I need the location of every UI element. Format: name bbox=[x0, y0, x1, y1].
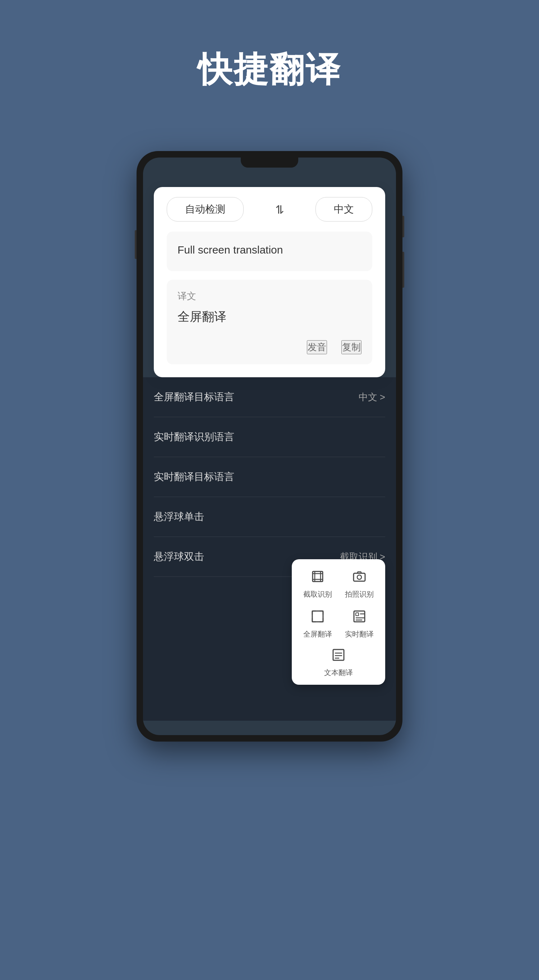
settings-item-realtime-source[interactable]: 实时翻译识别语言 bbox=[154, 417, 385, 457]
phone-screen: 自动检测 ⇌ 中文 Full screen translation 译文 全屏翻… bbox=[143, 158, 396, 735]
target-lang-button[interactable]: 中文 bbox=[315, 197, 372, 221]
phone-button-left bbox=[135, 230, 136, 259]
page-title: 快捷翻译 bbox=[198, 47, 341, 94]
settings-item-fullscreen-target[interactable]: 全屏翻译目标语言 中文 > bbox=[154, 377, 385, 417]
quick-action-grid: 截取识别 拍照识别 bbox=[300, 566, 377, 639]
realtime-icon bbox=[349, 606, 369, 627]
svg-rect-5 bbox=[354, 573, 365, 581]
swap-languages-icon[interactable]: ⇌ bbox=[273, 205, 286, 214]
text-translate-icon bbox=[328, 645, 349, 665]
settings-label-fullscreen-target: 全屏翻译目标语言 bbox=[154, 390, 234, 404]
phone-notch bbox=[241, 158, 298, 168]
input-area[interactable]: Full screen translation bbox=[167, 232, 372, 271]
fullscreen-icon bbox=[308, 606, 328, 627]
quick-action-text[interactable]: 文本翻译 bbox=[300, 645, 377, 678]
camera-icon bbox=[349, 566, 369, 587]
result-area: 译文 全屏翻译 发音 复制 bbox=[167, 280, 372, 364]
quick-action-crop[interactable]: 截取识别 bbox=[300, 566, 335, 599]
fullscreen-label: 全屏翻译 bbox=[303, 629, 332, 639]
settings-value-fullscreen-target: 中文 > bbox=[358, 391, 385, 404]
settings-label-realtime-source: 实时翻译识别语言 bbox=[154, 430, 234, 444]
pronounce-button[interactable]: 发音 bbox=[307, 340, 327, 354]
camera-label: 拍照识别 bbox=[345, 589, 374, 599]
result-actions: 发音 复制 bbox=[178, 340, 361, 354]
svg-point-6 bbox=[357, 575, 361, 579]
svg-rect-13 bbox=[333, 649, 344, 660]
result-text: 全屏翻译 bbox=[178, 307, 361, 326]
quick-action-camera[interactable]: 拍照识别 bbox=[342, 566, 377, 599]
phone-container: 自动检测 ⇌ 中文 Full screen translation 译文 全屏翻… bbox=[136, 151, 403, 762]
settings-label-float-double: 悬浮球双击 bbox=[154, 550, 204, 563]
crop-label: 截取识别 bbox=[303, 589, 332, 599]
settings-item-realtime-target[interactable]: 实时翻译目标语言 bbox=[154, 457, 385, 497]
copy-button[interactable]: 复制 bbox=[341, 340, 361, 354]
crop-icon bbox=[308, 566, 328, 587]
settings-label-realtime-target: 实时翻译目标语言 bbox=[154, 470, 234, 484]
input-text: Full screen translation bbox=[178, 242, 361, 258]
translation-card: 自动检测 ⇌ 中文 Full screen translation 译文 全屏翻… bbox=[154, 187, 385, 377]
quick-action-fullscreen[interactable]: 全屏翻译 bbox=[300, 606, 335, 639]
settings-section: 全屏翻译目标语言 中文 > 实时翻译识别语言 实时翻译目标语言 悬浮球单击 bbox=[143, 377, 396, 721]
phone-button-right-bottom bbox=[403, 252, 404, 288]
result-label: 译文 bbox=[178, 290, 361, 302]
svg-rect-7 bbox=[312, 611, 323, 622]
phone-button-right-top bbox=[403, 216, 404, 237]
realtime-label: 实时翻译 bbox=[345, 629, 374, 639]
svg-rect-0 bbox=[312, 571, 323, 582]
screen-content: 自动检测 ⇌ 中文 Full screen translation 译文 全屏翻… bbox=[143, 158, 396, 735]
svg-rect-9 bbox=[356, 613, 358, 616]
lang-selector-row: 自动检测 ⇌ 中文 bbox=[167, 197, 372, 221]
settings-label-float-single: 悬浮球单击 bbox=[154, 510, 204, 523]
quick-action-panel: 截取识别 拍照识别 bbox=[292, 559, 385, 685]
settings-item-float-single[interactable]: 悬浮球单击 bbox=[154, 497, 385, 537]
quick-action-realtime[interactable]: 实时翻译 bbox=[342, 606, 377, 639]
phone-frame: 自动检测 ⇌ 中文 Full screen translation 译文 全屏翻… bbox=[136, 151, 403, 741]
source-lang-button[interactable]: 自动检测 bbox=[167, 197, 244, 221]
text-translate-label: 文本翻译 bbox=[324, 668, 353, 678]
